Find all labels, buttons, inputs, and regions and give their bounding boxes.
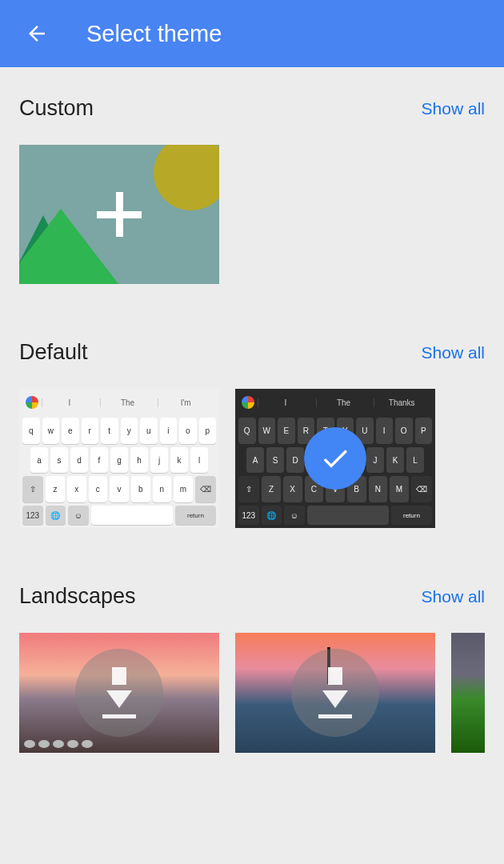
numeric-key: 123 [238, 506, 259, 525]
key-row: qwertyuiop [19, 416, 219, 446]
rocks-decoration [24, 740, 93, 748]
custom-row [19, 145, 485, 284]
show-all-default[interactable]: Show all [422, 343, 485, 362]
download-overlay [75, 649, 163, 737]
section-landscapes: Landscapes Show all [0, 584, 504, 753]
letter-key: N [369, 476, 388, 502]
section-title-default: Default [19, 340, 88, 365]
key-row: ⇧ zxcvbnm ⌫ [19, 474, 219, 504]
section-custom: Custom Show all [0, 96, 504, 284]
letter-key: n [153, 476, 172, 502]
back-button[interactable] [19, 16, 54, 51]
download-icon [322, 690, 348, 708]
letter-key: l [190, 447, 208, 474]
letter-key: z [46, 476, 65, 502]
theme-dark-keyboard[interactable]: I The Thanks QWERTYUIOP ASDFGHJKL ⇧ ZXCV… [235, 389, 435, 528]
letter-key: X [283, 476, 302, 502]
letter-key: h [130, 447, 148, 474]
suggestion: I [42, 398, 97, 407]
show-all-landscapes[interactable]: Show all [422, 587, 485, 606]
letter-key: u [140, 418, 158, 444]
theme-light-keyboard[interactable]: I The I'm qwertyuiop asdfghjkl ⇧ zxcvbnm… [19, 389, 219, 528]
letter-key: y [121, 418, 138, 444]
spacebar [307, 506, 389, 525]
letter-key: b [131, 476, 150, 502]
letter-key: E [278, 418, 295, 444]
add-custom-theme-card[interactable] [19, 145, 219, 284]
letter-key: w [42, 418, 60, 444]
letter-key: L [406, 447, 424, 474]
suggestion: I'm [158, 398, 213, 407]
section-default: Default Show all I The I'm qwertyuiop as… [0, 340, 504, 528]
letter-key: p [199, 418, 217, 444]
letter-key: K [386, 447, 404, 474]
letter-key: i [160, 418, 178, 444]
suggestion: The [316, 398, 371, 407]
letter-key: s [50, 447, 68, 474]
download-icon [328, 667, 342, 685]
sun-icon [154, 145, 219, 210]
section-title-custom: Custom [19, 96, 94, 121]
letter-key: S [266, 447, 284, 474]
landscape-theme-beach[interactable] [19, 633, 219, 753]
globe-key: 🌐 [46, 506, 66, 525]
suggestion: Thanks [374, 398, 429, 407]
letter-key: d [70, 447, 88, 474]
letter-key: J [366, 447, 384, 474]
download-overlay [291, 649, 379, 737]
letter-key: r [82, 418, 99, 444]
key-row: asdfghjkl [19, 446, 219, 475]
selected-badge [304, 427, 366, 490]
section-header: Default Show all [19, 340, 485, 365]
letter-key: I [376, 418, 394, 444]
letter-key: q [22, 418, 40, 444]
suggestion-bar: I The Thanks [235, 389, 435, 416]
key-row: zxcvbnm [46, 476, 193, 502]
bottom-row: 123 🌐 ☺ return [235, 504, 435, 528]
letter-key: x [67, 476, 86, 502]
shift-key: ⇧ [238, 476, 259, 502]
backspace-key: ⌫ [411, 476, 432, 502]
emoji-key: ☺ [284, 506, 305, 525]
download-icon [102, 714, 136, 718]
app-header: Select theme [0, 0, 504, 67]
suggestion-bar: I The I'm [19, 389, 219, 416]
landscape-theme-winter[interactable] [235, 633, 435, 753]
check-icon [319, 442, 351, 474]
download-icon [106, 690, 132, 708]
download-icon [318, 714, 352, 718]
landscape-theme-hills[interactable] [451, 633, 485, 753]
emoji-key: ☺ [68, 506, 89, 525]
globe-key: 🌐 [262, 506, 282, 525]
google-logo-icon [26, 396, 38, 409]
letter-key: M [390, 476, 409, 502]
letter-key: m [174, 476, 193, 502]
default-row: I The I'm qwertyuiop asdfghjkl ⇧ zxcvbnm… [19, 389, 485, 528]
letter-key: f [90, 447, 108, 474]
letter-key: Q [238, 418, 256, 444]
letter-key: W [258, 418, 276, 444]
letter-key: A [246, 447, 264, 474]
section-header: Landscapes Show all [19, 584, 485, 609]
page-title: Select theme [86, 21, 222, 47]
return-key: return [175, 506, 216, 525]
backspace-key: ⌫ [195, 476, 216, 502]
letter-key: t [101, 418, 118, 444]
section-title-landscapes: Landscapes [19, 584, 136, 609]
letter-key: O [395, 418, 413, 444]
arrow-left-icon [25, 22, 49, 46]
letter-key: Z [262, 476, 281, 502]
bottom-row: 123 🌐 ☺ return [19, 504, 219, 528]
letter-key: a [30, 447, 48, 474]
suggestion: I [258, 398, 313, 407]
letter-key: o [179, 418, 197, 444]
show-all-custom[interactable]: Show all [422, 99, 485, 118]
letter-key: D [286, 447, 304, 474]
section-header: Custom Show all [19, 96, 485, 121]
shift-key: ⇧ [22, 476, 43, 502]
letter-key: k [170, 447, 188, 474]
plus-icon [97, 192, 142, 237]
return-key: return [391, 506, 432, 525]
letter-key: c [89, 476, 108, 502]
letter-key: P [415, 418, 433, 444]
